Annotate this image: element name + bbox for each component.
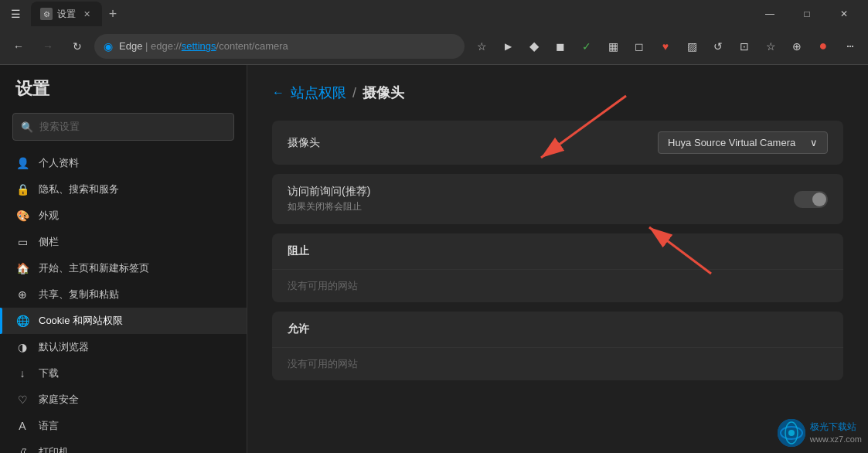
- tab-group: ⚙ 设置 ✕ +: [31, 0, 124, 28]
- watermark-text: 极光下载站 www.xz7.com: [810, 421, 862, 445]
- sidebar-label-share: 共享、复制和粘贴: [39, 288, 119, 301]
- window-controls: — □ ✕: [752, 0, 862, 28]
- family-icon: ♡: [15, 393, 29, 407]
- ext-icon-3[interactable]: ◼: [548, 34, 573, 59]
- main-content: 设置 🔍 搜索设置 👤 个人资料 🔒 隐私、搜索和服务 🎨 外观 ▭ 侧栏 🏠 …: [0, 65, 868, 453]
- share-icon: ⊕: [15, 288, 29, 301]
- block-header: 阻止: [272, 233, 843, 270]
- new-tab-button[interactable]: +: [102, 3, 124, 25]
- allow-header: 允许: [272, 312, 843, 348]
- sidebar: 设置 🔍 搜索设置 👤 个人资料 🔒 隐私、搜索和服务 🎨 外观 ▭ 侧栏 🏠 …: [0, 65, 247, 453]
- address-bar-icon: ◉: [104, 40, 113, 53]
- nav-bar: ← → ↻ ◉ Edge | edge://settings/content/c…: [0, 28, 868, 65]
- search-box[interactable]: 🔍 搜索设置: [12, 113, 234, 141]
- settings-content: ← 站点权限 / 摄像头 摄像头 Huya Source Virtual Cam…: [247, 65, 868, 453]
- address-separator: |: [145, 40, 151, 52]
- sidebar-label-sidebar: 侧栏: [39, 235, 59, 249]
- watermark: 极光下载站 www.xz7.com: [778, 419, 862, 447]
- profile-icon[interactable]: ●: [811, 34, 836, 59]
- camera-control: Huya Source Virtual Camera ∨: [658, 131, 828, 154]
- ext-icon-5[interactable]: ▦: [601, 34, 625, 59]
- sidebar-item-cookies[interactable]: 🌐 Cookie 和网站权限: [0, 308, 247, 334]
- split-view-icon[interactable]: ⊡: [732, 34, 757, 59]
- lock-icon: 🔒: [15, 182, 29, 196]
- watermark-url: www.xz7.com: [810, 434, 862, 445]
- sidebar-item-privacy[interactable]: 🔒 隐私、搜索和服务: [0, 176, 247, 203]
- sidebar-item-printer[interactable]: 🖨 打印机: [0, 439, 247, 453]
- ask-before-label: 访问前询问(推荐): [288, 185, 370, 199]
- ext-icon-8[interactable]: ▨: [679, 34, 704, 59]
- sidebar-item-share[interactable]: ⊕ 共享、复制和粘贴: [0, 281, 247, 308]
- tab-favicon: ⚙: [40, 8, 53, 20]
- svg-point-7: [788, 430, 795, 436]
- sidebar-label-downloads: 下载: [39, 366, 59, 380]
- search-placeholder: 搜索设置: [39, 120, 80, 134]
- breadcrumb-separator: /: [352, 85, 356, 101]
- tab-close-button[interactable]: ✕: [80, 8, 93, 20]
- ask-before-section: 访问前询问(推荐) 如果关闭将会阻止: [272, 174, 843, 224]
- ext-icon-6[interactable]: ◻: [627, 34, 652, 59]
- sidebar-label-appearance: 外观: [39, 209, 59, 223]
- sidebar-label-family: 家庭安全: [39, 393, 79, 407]
- watermark-site-name: 极光下载站: [810, 421, 862, 434]
- ext-icon-2[interactable]: ◆: [522, 34, 546, 59]
- title-bar: ☰ ⚙ 设置 ✕ + — □ ✕: [0, 0, 868, 28]
- browser-name: Edge: [119, 40, 142, 52]
- breadcrumb-parent[interactable]: 站点权限: [291, 83, 346, 102]
- camera-section: 摄像头 Huya Source Virtual Camera ∨: [272, 121, 843, 165]
- sidebar-item-downloads[interactable]: ↓ 下载: [0, 360, 247, 387]
- sidebar-item-sidebar[interactable]: ▭ 侧栏: [0, 229, 247, 255]
- sidebar-label-printer: 打印机: [39, 445, 69, 453]
- collections-icon[interactable]: ↺: [706, 34, 730, 59]
- extension-badge-icon[interactable]: ▶: [495, 34, 520, 59]
- block-empty-text: 没有可用的网站: [272, 270, 843, 302]
- camera-dropdown[interactable]: Huya Source Virtual Camera ∨: [658, 131, 828, 154]
- ask-before-sublabel: 如果关闭将会阻止: [288, 200, 370, 213]
- toggle-knob: [812, 192, 826, 206]
- favorites-icon[interactable]: ☆: [758, 34, 783, 59]
- ask-before-row: 访问前询问(推荐) 如果关闭将会阻止: [272, 174, 843, 224]
- star-icon[interactable]: ☆: [469, 34, 494, 59]
- sidebar-label-language: 语言: [39, 419, 59, 433]
- ask-before-control: [794, 191, 828, 208]
- refresh-button[interactable]: ↻: [65, 34, 90, 59]
- browser-menu-icon[interactable]: ☰: [6, 5, 25, 23]
- ext-icon-7[interactable]: ♥: [653, 34, 678, 59]
- tab-label: 设置: [57, 8, 76, 21]
- cookies-icon: 🌐: [15, 314, 29, 328]
- sidebar-item-startpage[interactable]: 🏠 开始、主页和新建标签页: [0, 255, 247, 281]
- maximize-button[interactable]: □: [789, 0, 825, 28]
- language-icon: A: [15, 419, 29, 433]
- back-button[interactable]: ←: [6, 34, 31, 59]
- settings-tab[interactable]: ⚙ 设置 ✕: [31, 2, 102, 26]
- camera-dropdown-value: Huya Source Virtual Camera: [668, 137, 795, 148]
- watermark-logo: [778, 419, 805, 447]
- ext-icon-4[interactable]: ✓: [574, 34, 599, 59]
- nav-tools: ☆ ▶ ◆ ◼ ✓ ▦ ◻ ♥ ▨ ↺ ⊡ ☆ ⊕ ● ···: [469, 34, 862, 59]
- defaultbrowser-icon: ◑: [15, 340, 29, 354]
- forward-button[interactable]: →: [36, 34, 60, 59]
- breadcrumb-back-button[interactable]: ←: [272, 86, 284, 100]
- more-options-icon[interactable]: ···: [837, 34, 862, 59]
- ask-before-toggle[interactable]: [794, 191, 828, 208]
- block-section: 阻止 没有可用的网站: [272, 233, 843, 302]
- sidebar-item-appearance[interactable]: 🎨 外观: [0, 203, 247, 229]
- printer-icon: 🖨: [15, 445, 29, 453]
- close-button[interactable]: ✕: [826, 0, 862, 28]
- sidebar-item-profile[interactable]: 👤 个人资料: [0, 150, 247, 176]
- sidebar-label-defaultbrowser: 默认浏览器: [39, 340, 89, 354]
- sidebar-title: 设置: [0, 77, 247, 113]
- allow-section: 允许 没有可用的网站: [272, 312, 843, 380]
- add-browser-icon[interactable]: ⊕: [785, 34, 809, 59]
- sidebar-nav-icon: ▭: [15, 235, 29, 249]
- minimize-button[interactable]: —: [752, 0, 788, 28]
- profile-nav-icon: 👤: [15, 156, 29, 170]
- address-path: /content/camera: [216, 40, 288, 52]
- downloads-icon: ↓: [15, 366, 29, 380]
- sidebar-item-family[interactable]: ♡ 家庭安全: [0, 387, 247, 413]
- title-bar-left: ☰: [6, 5, 25, 23]
- address-bar[interactable]: ◉ Edge | edge://settings/content/camera: [94, 34, 465, 59]
- allow-empty-text: 没有可用的网站: [272, 348, 843, 380]
- sidebar-item-defaultbrowser[interactable]: ◑ 默认浏览器: [0, 334, 247, 360]
- sidebar-item-language[interactable]: A 语言: [0, 413, 247, 439]
